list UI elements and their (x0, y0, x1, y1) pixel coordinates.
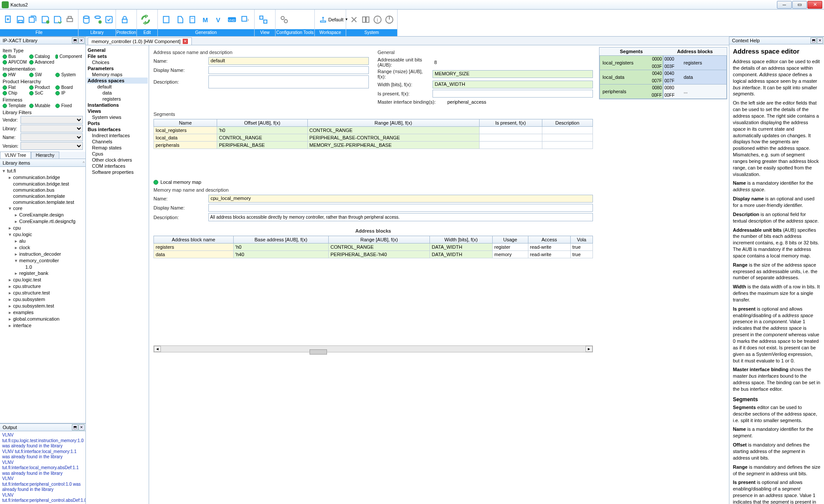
tab-hierarchy[interactable]: Hierarchy (31, 152, 59, 159)
width-input[interactable]: DATA_WIDTH (432, 81, 593, 88)
nav-item[interactable]: Parameters (87, 65, 148, 71)
new-icon[interactable] (3, 13, 14, 26)
vendor-select[interactable] (20, 116, 83, 124)
gen-vhd-icon[interactable]: VHD (226, 13, 238, 26)
tree-node[interactable]: communication.template.test (1, 199, 85, 205)
library-tree[interactable]: ▾tut.fi▸communication.bridgecommunicatio… (0, 167, 85, 423)
desc-input[interactable] (208, 75, 369, 88)
tree-node[interactable]: ▾memory_controller (1, 257, 85, 264)
tree-node[interactable]: ▸examples (1, 309, 85, 316)
filter-chip[interactable]: Template (3, 103, 29, 108)
filter-chip[interactable]: System (55, 72, 82, 77)
maximize-button[interactable]: ▭ (792, 1, 807, 9)
power-icon[interactable] (384, 13, 395, 26)
displayname-input[interactable] (208, 66, 369, 74)
saveas2-icon[interactable] (52, 13, 63, 26)
nav-item[interactable]: default (87, 84, 148, 90)
tree-node[interactable]: ▸communication.bridge (1, 174, 85, 181)
tree-node[interactable]: ▾tut.fi (1, 168, 85, 174)
tree-node[interactable]: 1.0 (1, 264, 85, 270)
nav-item[interactable]: data (87, 90, 148, 96)
save-icon[interactable] (15, 13, 26, 26)
tree-node[interactable]: ▸global.communication (1, 316, 85, 322)
nav-item[interactable]: Address spaces (87, 78, 148, 84)
filter-chip[interactable]: Bus (3, 54, 29, 59)
nav-item[interactable]: Channels (87, 139, 148, 145)
output-close-icon[interactable]: ✕ (78, 424, 85, 430)
gen-v-icon[interactable]: V (213, 13, 225, 26)
filter-chip[interactable]: Board (55, 85, 82, 90)
tools-icon[interactable] (349, 13, 360, 26)
tree-node[interactable]: ▾cpu.logic (1, 231, 85, 238)
gen2-icon[interactable] (174, 13, 186, 26)
filter-chip[interactable]: Flat (3, 85, 29, 90)
tree-node[interactable]: ▸register_bank (1, 270, 85, 277)
refresh-icon[interactable] (140, 13, 152, 26)
tree-node[interactable]: communication.template (1, 193, 85, 199)
config-icon[interactable] (278, 13, 290, 26)
tree-node[interactable]: ▸cpu.subsystem.test (1, 303, 85, 309)
filter-chip[interactable]: Component (55, 54, 82, 59)
tree-node[interactable]: communication.bus (1, 187, 85, 193)
tree-node[interactable]: ▸instruction_decoder (1, 251, 85, 257)
undock-icon[interactable]: ⬒ (72, 37, 78, 44)
output-undock-icon[interactable]: ⬒ (72, 424, 78, 430)
nav-item[interactable]: registers (87, 96, 148, 102)
tree-node[interactable]: ▸cpu.structure (1, 283, 85, 290)
filter-chip[interactable]: API/COM (3, 60, 29, 64)
filter-chip[interactable]: SoC (29, 91, 56, 95)
nav-item[interactable]: General (87, 47, 148, 53)
nav-item[interactable]: Instantiations (87, 102, 148, 108)
tree-node[interactable]: ▸alu (1, 238, 85, 244)
minimize-button[interactable]: ─ (777, 1, 792, 9)
tree-node[interactable]: ▸cpu.logic.test (1, 277, 85, 283)
filter-chip[interactable]: Product (29, 85, 56, 90)
filter-chip[interactable]: Chip (3, 91, 29, 95)
saveall-icon[interactable] (27, 13, 38, 26)
lm-disp-input[interactable] (208, 204, 593, 212)
filter-chip[interactable]: SW (29, 72, 56, 77)
tree-node[interactable]: ▸clock (1, 244, 85, 251)
nav-item[interactable]: COM interfaces (87, 163, 148, 169)
tree-node[interactable]: ▸cpu.subsystem (1, 296, 85, 303)
help-close-icon[interactable]: ✕ (817, 37, 823, 44)
nav-item[interactable]: Software properties (87, 169, 148, 175)
nav-item[interactable]: Indirect interfaces (87, 132, 148, 139)
gen-more-icon[interactable] (239, 13, 251, 26)
blocks-table[interactable]: Address block nameBase address [AUB], f(… (153, 236, 593, 258)
saveas-icon[interactable] (40, 13, 51, 26)
workspace-default-button[interactable]: Default ▼ (317, 16, 350, 24)
segments-table[interactable]: NameOffset [AUB], f(x)Range [AUB], f(x)I… (153, 119, 593, 149)
tree-node[interactable]: ▾core (1, 205, 85, 212)
gen-m-icon[interactable]: M (200, 13, 212, 26)
tree-node[interactable]: ▸CoreExample.rtl.designcfg (1, 218, 85, 225)
nav-item[interactable]: File sets (87, 53, 148, 59)
close-button[interactable]: ✕ (807, 1, 822, 9)
editor-tab-close[interactable]: ✕ (183, 39, 188, 44)
lm-desc-input[interactable]: All address blocks accessible directly b… (208, 213, 593, 221)
library-select[interactable] (20, 125, 83, 132)
filter-chip[interactable]: HW (3, 72, 29, 77)
lock-icon[interactable] (119, 13, 131, 26)
localmap-toggle-icon[interactable] (153, 180, 158, 185)
nav-item[interactable]: Ports (87, 120, 148, 126)
nav-item[interactable]: Memory maps (87, 71, 148, 78)
manual-icon[interactable] (361, 13, 371, 26)
name-input[interactable]: default (208, 57, 369, 65)
db-icon[interactable] (81, 13, 92, 26)
lm-name-input[interactable]: cpu_local_memory (208, 195, 593, 203)
tab-vlnv[interactable]: VLNV Tree (0, 152, 31, 159)
version-select[interactable] (20, 142, 83, 150)
present-input[interactable] (432, 90, 593, 98)
editor-tab[interactable]: memory_controller (1.0) [HW Component] ✕ (88, 37, 192, 45)
tree-node[interactable]: ▸cpu (1, 225, 85, 231)
filter-chip[interactable]: Mutable (29, 103, 56, 108)
db-refresh-icon[interactable] (92, 13, 103, 26)
nav-item[interactable]: Remap states (87, 145, 148, 151)
nav-item[interactable]: Other clock drivers (87, 157, 148, 163)
close-pane-icon[interactable]: ✕ (78, 37, 85, 44)
filter-chip[interactable]: Advanced (29, 60, 56, 64)
filter-chip[interactable]: IP (55, 91, 82, 95)
tree-node[interactable]: ▸interface (1, 322, 85, 329)
gen1-icon[interactable] (160, 13, 173, 26)
